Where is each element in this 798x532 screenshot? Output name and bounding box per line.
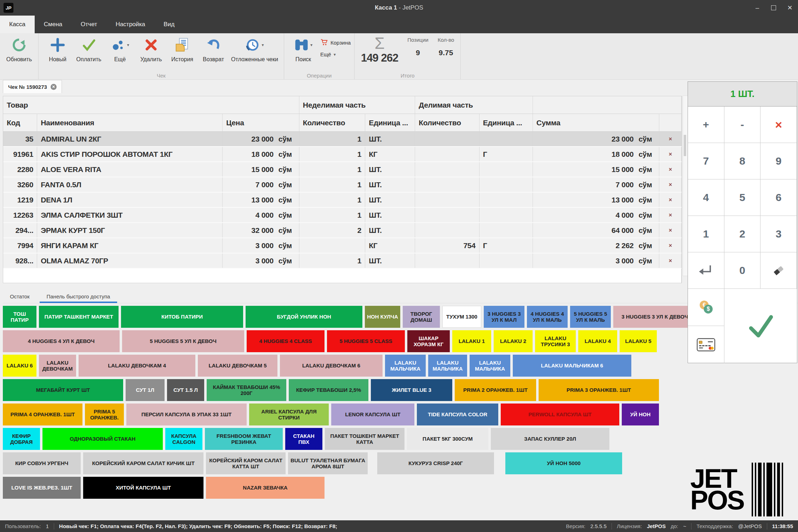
receipt-row[interactable]: 294...ЭРМАК КУРТ 150Г32 000сўм2ШТ.64 000… xyxy=(3,223,682,238)
quick-product-button[interactable]: ПАКЕТ 5КГ 300СУМ xyxy=(407,428,488,450)
quick-product-button[interactable]: 4 HUGGIES 4 CLASS xyxy=(247,330,325,352)
quick-product-button[interactable]: BULUT ТУАЛЕТНАЯ БУМАГА АРОМА 8ШТ xyxy=(288,452,368,474)
receipt-row[interactable]: 2280ALOE VERA RITA15 000сўм1ШТ.15 000сўм… xyxy=(3,162,682,177)
row-delete-button[interactable]: × xyxy=(659,177,682,192)
cash-payment-button[interactable]: €$ xyxy=(688,289,724,326)
quick-product-button[interactable]: ТВОРОГ ДОМАШ xyxy=(403,306,440,328)
quick-product-button[interactable]: ПАКЕТ ТОШКЕНТ МАРКЕТ КАТТА xyxy=(325,428,404,450)
numpad-key-0[interactable]: 0 xyxy=(724,252,761,289)
quick-product-button[interactable]: NAZAR ЗЕВАЧКА xyxy=(206,477,325,499)
return-button[interactable]: Возврат xyxy=(198,35,229,63)
minimize-button[interactable]: – xyxy=(749,0,765,16)
receipt-row[interactable]: 1219DENA 1Л13 000сўм1ШТ.13 000сўм× xyxy=(3,192,682,207)
table-scrollbar-thumb[interactable] xyxy=(684,135,686,156)
quick-product-button[interactable]: PRIMA 4 ОРАНЖЕВ. 1ШТ xyxy=(3,404,82,425)
quick-product-button[interactable]: LOVE IS ЖЕВ.РЕЗ. 1ШТ xyxy=(3,477,81,499)
row-delete-button[interactable]: × xyxy=(659,238,682,253)
quick-product-button[interactable]: LALAKU ДЕВОЧКАМ 5 xyxy=(198,355,277,377)
quick-product-button[interactable]: LALAKU 4 xyxy=(578,330,617,352)
numpad-key-4[interactable]: 4 xyxy=(688,179,724,216)
quick-product-button[interactable]: КАЙМАК ТЕВАБОШИ 45% 200Г xyxy=(207,379,286,401)
operations-more-button[interactable]: Ещё▾ xyxy=(320,51,351,57)
menu-item-1[interactable]: Касса xyxy=(0,16,35,33)
quick-product-button[interactable]: ШАКАР ХОРАЗМ КГ xyxy=(407,330,450,352)
quick-product-button[interactable]: FRESHBOOM ЖЕВАТ РЕЗИНКА xyxy=(205,428,283,450)
table-scrollbar[interactable] xyxy=(683,96,688,276)
numpad-key-3[interactable]: 3 xyxy=(760,216,797,252)
quick-product-button[interactable]: ПАТИР ТАШКЕНТ МАРКЕТ xyxy=(39,306,119,328)
numpad-key-7[interactable]: 7 xyxy=(688,143,724,179)
quick-product-button[interactable]: МЕГАБАЙТ КУРТ ШТ xyxy=(3,379,123,401)
quick-product-button[interactable]: КУКУРУЗ CRISP 240Г xyxy=(377,452,494,474)
numpad-enter-key[interactable] xyxy=(688,252,724,289)
quick-product-button[interactable]: ЗАПАС КУЛЛЕР 20Л xyxy=(491,428,609,450)
cart-button[interactable]: Корзина xyxy=(320,38,351,47)
quick-product-button[interactable]: PRIMA 3 ОРАНЖЕВ. 1ШТ xyxy=(539,379,659,401)
new-button[interactable]: Новый xyxy=(42,35,73,63)
quick-product-button[interactable]: КАПСУЛА CALGON xyxy=(165,428,202,450)
quick-product-button[interactable]: УЙ НОН 5000 xyxy=(505,452,622,474)
quick-product-button[interactable]: СУТ 1.5 Л xyxy=(167,379,204,401)
tab-stock[interactable]: Остаток xyxy=(3,293,37,303)
quick-product-button[interactable]: LALAKU 6 xyxy=(3,355,36,377)
quick-product-button[interactable]: ТОШ ПАТИР xyxy=(3,306,36,328)
quick-product-button[interactable]: LALAKU ДЕВОЧКАМ xyxy=(39,355,76,377)
numpad-erase-key[interactable] xyxy=(760,252,797,289)
quick-product-button[interactable]: LALAKU 2 xyxy=(494,330,533,352)
quick-product-button[interactable]: TIDE КАПСУЛА COLOR xyxy=(417,404,498,425)
quick-product-button[interactable]: 3 HUGGIES 3 УЛ К МАЛ xyxy=(484,306,524,328)
numpad-key-2[interactable]: 2 xyxy=(724,216,761,252)
menu-item-5[interactable]: Вид xyxy=(154,16,184,33)
receipt-row[interactable]: 7994ЯНГИ КАРАМ КГ3 000сўмКГ754Г2 262сўм× xyxy=(3,238,682,253)
receipt-row[interactable]: 91961AKIS СТИР ПОРОШОК АВТОМАТ 1КГ18 000… xyxy=(3,147,682,162)
numpad-key-8[interactable]: 8 xyxy=(724,143,761,179)
cheque-tab[interactable]: Чек № 1590273 ✕ xyxy=(3,80,62,93)
quick-product-button[interactable]: LALAKU МАЛЬЧИКАМ 6 xyxy=(513,355,631,377)
quick-product-button[interactable]: LALAKU ДЕВОЧКАМ 6 xyxy=(280,355,383,377)
numpad-plus-key[interactable]: + xyxy=(688,107,724,143)
row-delete-button[interactable]: × xyxy=(659,132,682,147)
search-button[interactable]: ▾Поиск xyxy=(288,35,319,63)
numpad-key-6[interactable]: 6 xyxy=(760,179,797,216)
numpad-multiply-key[interactable]: × xyxy=(760,107,797,143)
delete-button[interactable]: Удалить xyxy=(136,35,167,63)
quick-product-button[interactable]: ХИТОЙ КАПСУЛА ШТ xyxy=(83,477,203,499)
quick-product-button[interactable]: ТУХУМ 1300 xyxy=(442,306,481,328)
row-delete-button[interactable]: × xyxy=(659,207,682,223)
more-button[interactable]: ▾Ещё xyxy=(104,35,136,63)
receipt-row[interactable]: 928...OLMA ALMAZ 70ГР3 000сўм1ШТ.3 000сў… xyxy=(3,253,682,268)
quick-product-button[interactable]: 3 HUGGIES 3 УЛ К ДЕВОЧ xyxy=(613,306,696,328)
receipt-row[interactable]: 35ADMIRAL UN 2КГ23 000сўм1ШТ.23 000сўм× xyxy=(3,132,682,147)
quick-product-button[interactable]: УЙ НОН xyxy=(622,404,659,425)
row-delete-button[interactable]: × xyxy=(659,162,682,177)
confirm-button[interactable] xyxy=(724,289,797,363)
card-payment-button[interactable] xyxy=(688,326,724,363)
receipt-row[interactable]: 3260FANTA 0.5Л7 000сўм1ШТ.7 000сўм× xyxy=(3,177,682,192)
quick-product-button[interactable]: ОДНОРАЗОВЫЙ СТАКАН xyxy=(42,428,163,450)
quick-product-button[interactable]: ARIEL КАПСУЛА ДЛЯ СТИРКИ xyxy=(249,404,329,425)
quick-product-button[interactable]: PRIMA 2 ОРАНЖЕВ. 1ШТ xyxy=(455,379,536,401)
quick-product-button[interactable]: СУТ 1Л xyxy=(126,379,165,401)
refresh-button[interactable]: Обновить xyxy=(4,35,35,63)
quick-product-button[interactable]: КОРЕЙСКИЙ КАРОМ САЛАТ КАТТА ШТ xyxy=(206,452,286,474)
row-delete-button[interactable]: × xyxy=(659,147,682,162)
quick-product-button[interactable]: СТАКАН ПВХ xyxy=(285,428,322,450)
receipt-row[interactable]: 12263ЭЛМА САЛФЕТКИ 3ШТ4 000сўм1ШТ.4 000с… xyxy=(3,207,682,223)
quick-product-button[interactable]: LALAKU ДЕВОЧКАМ 4 xyxy=(79,355,195,377)
menu-item-4[interactable]: Настройка xyxy=(107,16,155,33)
history-button[interactable]: История xyxy=(167,35,198,63)
menu-item-2[interactable]: Смена xyxy=(35,16,71,33)
quick-product-button[interactable]: 5 HUGGIES 5 УЛ К ДЕВОЧ xyxy=(122,330,244,352)
quick-product-button[interactable]: LALAKU МАЛЬЧИКА xyxy=(385,355,426,377)
quick-product-button[interactable]: LALAKU МАЛЬЧИКА xyxy=(470,355,510,377)
deferred-cheques-button[interactable]: ▾Отложенные чеки xyxy=(229,35,280,63)
quick-product-button[interactable]: LALAKU МАЛЬЧИКА xyxy=(428,355,467,377)
quick-product-button[interactable]: LENOR КАПСУЛА ШТ xyxy=(331,404,414,425)
numpad-key-1[interactable]: 1 xyxy=(688,216,724,252)
quick-product-button[interactable]: НОН КУЛЧА xyxy=(365,306,400,328)
maximize-button[interactable] xyxy=(765,0,782,16)
close-button[interactable]: ✕ xyxy=(782,0,798,16)
quick-product-button[interactable]: КЕФИР ТЕВАБОШИ 2,5% xyxy=(289,379,368,401)
quick-product-button[interactable]: LALAKU ТРУСИКИ 3 xyxy=(535,330,576,352)
quick-product-button[interactable]: 5 HUGGIES 5 CLASS xyxy=(327,330,405,352)
